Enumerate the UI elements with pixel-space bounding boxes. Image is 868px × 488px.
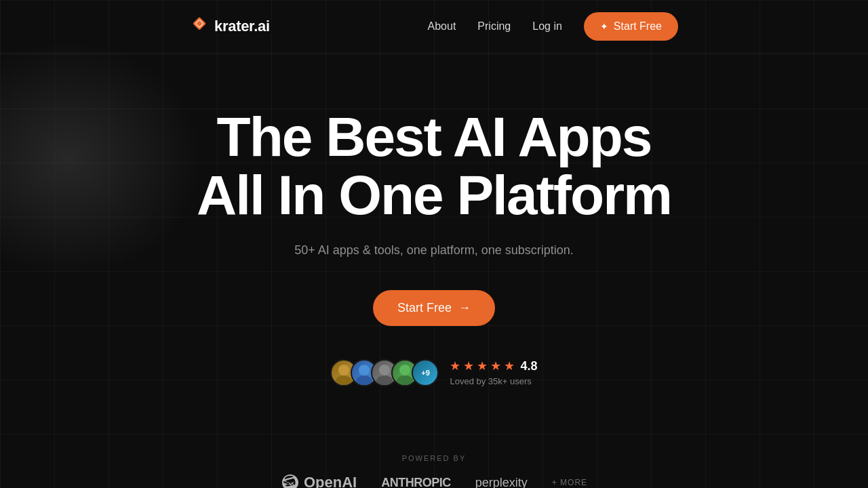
svg-point-2	[338, 365, 349, 375]
anthropic-text: ANTHROPIC	[381, 476, 451, 488]
hero-cta-button[interactable]: Start Free →	[373, 290, 495, 326]
hero-title: The Best AI Apps All In One Platform	[27, 108, 841, 224]
avatar-count-text: +9	[421, 369, 430, 377]
hero-cta-label: Start Free	[397, 301, 452, 315]
navbar: krater.ai About Pricing Log in ✦ Start F…	[0, 0, 868, 54]
logo-text: krater.ai	[214, 18, 270, 35]
star-3: ★	[477, 359, 488, 373]
perplexity-text: perplexity	[475, 476, 528, 488]
star-4: ★	[490, 359, 501, 373]
rating-block: ★ ★ ★ ★ ★ 4.8 Loved by 35k+ users	[450, 359, 537, 386]
powered-by-section: POWERED BY OpenAI ANTHROPIC perplexity +…	[0, 427, 868, 488]
star-5: ★	[504, 359, 515, 373]
avatars-group: +9	[330, 359, 439, 386]
powered-by-label: POWERED BY	[27, 454, 841, 462]
nav-cta-label: Start Free	[614, 20, 662, 33]
powered-logos: OpenAI ANTHROPIC perplexity + MORE	[27, 473, 841, 488]
hero-title-line1: The Best AI Apps	[217, 106, 652, 167]
svg-rect-0	[193, 17, 206, 30]
hero-subtitle: 50+ AI apps & tools, one platform, one s…	[27, 243, 841, 258]
nav-links: About Pricing Log in ✦ Start Free	[428, 12, 678, 41]
svg-point-8	[399, 365, 410, 375]
svg-point-7	[376, 375, 393, 385]
nav-pricing[interactable]: Pricing	[477, 20, 511, 33]
avatar-5: +9	[412, 359, 439, 386]
social-proof: +9 ★ ★ ★ ★ ★ 4.8 Loved by 35k+ users	[330, 359, 537, 386]
stars-row: ★ ★ ★ ★ ★ 4.8	[450, 359, 537, 373]
svg-point-5	[356, 375, 372, 385]
openai-text: OpenAI	[304, 474, 357, 488]
loved-text: Loved by 35k+ users	[450, 376, 531, 386]
openai-icon	[281, 473, 300, 488]
openai-logo: OpenAI	[281, 473, 357, 488]
hero-cta-arrow: →	[458, 301, 471, 315]
anthropic-logo: ANTHROPIC	[381, 476, 451, 488]
more-label: + MORE	[552, 478, 587, 487]
nav-about[interactable]: About	[428, 20, 456, 33]
rating-number: 4.8	[520, 359, 537, 373]
svg-point-3	[336, 375, 352, 385]
svg-point-9	[397, 375, 413, 385]
logo[interactable]: krater.ai	[190, 17, 270, 36]
nav-login[interactable]: Log in	[532, 20, 562, 33]
svg-point-6	[379, 365, 390, 375]
nav-cta-button[interactable]: ✦ Start Free	[584, 12, 678, 41]
perplexity-logo: perplexity	[475, 476, 528, 488]
logo-icon	[190, 17, 209, 36]
star-2: ★	[463, 359, 474, 373]
hero-title-line2: All In One Platform	[197, 164, 671, 226]
star-1: ★	[450, 359, 460, 373]
svg-point-4	[359, 365, 370, 375]
hero-section: The Best AI Apps All In One Platform 50+…	[0, 54, 868, 427]
nav-cta-icon: ✦	[600, 21, 608, 32]
